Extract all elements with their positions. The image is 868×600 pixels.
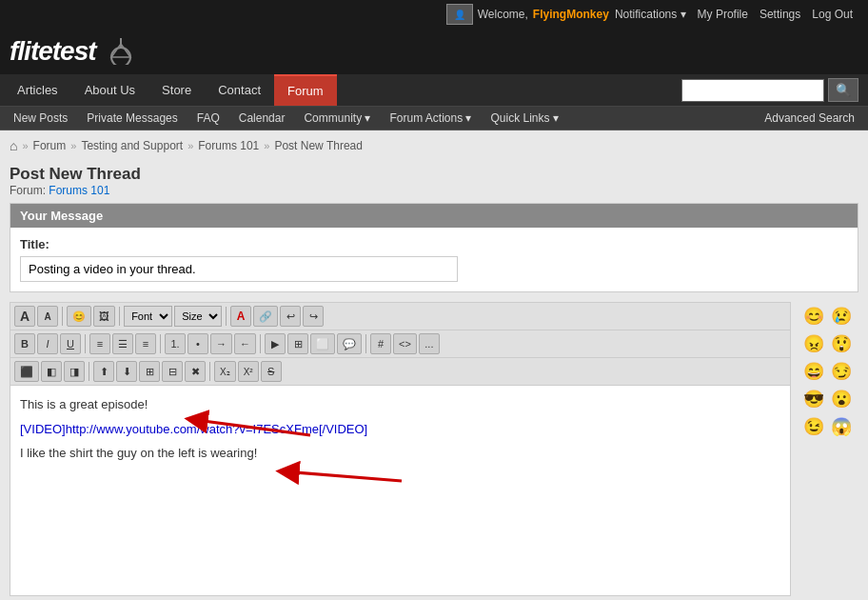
search-button[interactable]: 🔍 (828, 78, 858, 102)
title-input[interactable] (20, 256, 458, 282)
subnav-faq[interactable]: FAQ (187, 107, 229, 130)
nav-forum[interactable]: Forum (274, 74, 337, 106)
logo-bar: flitetest (0, 29, 868, 74)
link-btn[interactable]: 🔗 (253, 306, 278, 327)
emoji-wink[interactable]: 😉 (801, 414, 826, 439)
settings-link[interactable]: Settings (760, 8, 800, 21)
more-btn[interactable]: ... (419, 333, 440, 354)
logout-link[interactable]: Log Out (812, 8, 853, 21)
emoji-row-5: 😉 😱 (797, 414, 858, 439)
emoji-surprised[interactable]: 😲 (829, 331, 854, 356)
toolbar-row-1: A A 😊 🖼 Font Size A 🔗 ↩ ↪ (10, 303, 790, 330)
italic-btn[interactable]: I (37, 333, 58, 354)
nav-store[interactable]: Store (148, 75, 205, 105)
title-section: Title: (10, 228, 858, 291)
toolbar-sep-8 (89, 362, 89, 381)
del-col-btn[interactable]: ✖ (185, 361, 206, 382)
bc-forum[interactable]: Forum (33, 139, 67, 152)
username: FlyingMonkey (533, 8, 609, 21)
emoji-shock[interactable]: 😱 (829, 414, 854, 439)
emoji-o[interactable]: 😮 (829, 387, 854, 411)
toolbar-row-3: ⬛ ◧ ◨ ⬆ ⬇ ⊞ ⊟ ✖ X₂ X² S (10, 358, 790, 386)
subnav-forum-actions[interactable]: Forum Actions ▾ (380, 107, 481, 130)
table-insert-btn[interactable]: ⬛ (14, 361, 39, 382)
toolbar-sep-5 (160, 334, 161, 353)
redo-btn[interactable]: ↪ (303, 306, 324, 327)
bold-btn[interactable]: B (14, 333, 35, 354)
merge-btn[interactable]: ⊞ (139, 361, 160, 382)
font-size-a-small-btn[interactable]: A (37, 306, 58, 327)
welcome-text: Welcome, (478, 8, 528, 21)
smiley-btn[interactable]: 😊 (67, 306, 91, 327)
ordered-list-btn[interactable]: 1. (165, 333, 186, 354)
emoji-cool[interactable]: 😎 (801, 387, 826, 411)
advanced-search-link[interactable]: Advanced Search (755, 107, 864, 130)
subnav-private-messages[interactable]: Private Messages (77, 107, 187, 130)
home-icon: ⌂ (10, 138, 17, 153)
html-btn[interactable]: <> (393, 333, 417, 354)
emoji-sad[interactable]: 😢 (829, 304, 854, 329)
align-center-btn[interactable]: ☰ (112, 333, 133, 354)
my-profile-link[interactable]: My Profile (698, 8, 748, 21)
emoji-row-3: 😄 😏 (797, 359, 858, 384)
emoji-smirk[interactable]: 😏 (829, 359, 854, 384)
font-size-a-btn[interactable]: A (14, 306, 35, 327)
editor-line-3: I like the shirt the guy on the left is … (20, 444, 780, 463)
forum-link[interactable]: Forums 101 (49, 184, 109, 197)
subnav-community[interactable]: Community ▾ (294, 107, 380, 130)
emoji-row-1: 😊 😢 (797, 304, 858, 329)
toolbar-sep-3 (226, 307, 227, 326)
font-select[interactable]: Font (124, 306, 172, 327)
emoji-row-4: 😎 😮 (797, 387, 858, 411)
underline-btn[interactable]: U (60, 333, 81, 354)
image-btn[interactable]: 🖼 (93, 306, 115, 327)
editor-main: A A 😊 🖼 Font Size A 🔗 ↩ ↪ B I U ≡ ☰ (10, 302, 791, 596)
nav-about-us[interactable]: About Us (71, 75, 148, 105)
editor-wrapper: A A 😊 🖼 Font Size A 🔗 ↩ ↪ B I U ≡ ☰ (10, 302, 858, 596)
page-title: Post New Thread (10, 165, 858, 184)
bc-forums-101[interactable]: Forums 101 (198, 139, 259, 152)
page-title-section: Post New Thread Forum: Forums 101 (0, 161, 868, 197)
subnav-new-posts[interactable]: New Posts (4, 107, 77, 130)
editor-line-2: [VIDEO]http://www.youtube.com/watch?v=I7… (20, 420, 780, 439)
row-below-btn[interactable]: ⬇ (116, 361, 137, 382)
editor-body[interactable]: This is a great episode! [VIDEO]http://w… (10, 386, 790, 595)
toolbar-sep-6 (260, 334, 261, 353)
logo-text: flitetest (10, 36, 96, 67)
nav-search-area: 🔍 (681, 78, 864, 102)
svg-point-0 (111, 48, 130, 65)
undo-btn[interactable]: ↩ (280, 306, 301, 327)
subscript-btn[interactable]: X₂ (214, 361, 236, 382)
avatar: 👤 (446, 4, 473, 25)
subnav-quick-links[interactable]: Quick Links ▾ (482, 107, 568, 130)
split-btn[interactable]: ⊟ (162, 361, 183, 382)
col-left-btn[interactable]: ◧ (41, 361, 62, 382)
row-above-btn[interactable]: ⬆ (93, 361, 114, 382)
indent-btn[interactable]: → (210, 333, 232, 354)
nav-articles[interactable]: Articles (4, 75, 71, 105)
breadcrumb: ⌂ » Forum » Testing and Support » Forums… (0, 130, 868, 161)
code-btn[interactable]: ⬜ (310, 333, 335, 354)
superscript-btn[interactable]: X² (238, 361, 259, 382)
align-left-btn[interactable]: ≡ (89, 333, 110, 354)
quote-btn[interactable]: 💬 (337, 333, 362, 354)
size-select[interactable]: Size (174, 306, 222, 327)
nav-contact[interactable]: Contact (205, 75, 274, 105)
table-btn[interactable]: ⊞ (287, 333, 308, 354)
bc-testing-support[interactable]: Testing and Support (81, 139, 183, 152)
unordered-list-btn[interactable]: • (187, 333, 208, 354)
emoji-grin[interactable]: 😄 (801, 359, 826, 384)
subnav-calendar[interactable]: Calendar (229, 107, 295, 130)
emoji-angry[interactable]: 😠 (801, 331, 826, 356)
outdent-btn[interactable]: ← (234, 333, 256, 354)
align-right-btn[interactable]: ≡ (135, 333, 156, 354)
emoji-smile[interactable]: 😊 (801, 304, 826, 329)
font-color-btn[interactable]: A (230, 306, 251, 327)
strikethrough-btn[interactable]: S (261, 361, 282, 382)
logo-icon (102, 37, 140, 66)
hash-btn[interactable]: # (370, 333, 391, 354)
media-btn[interactable]: ▶ (265, 333, 286, 354)
search-input[interactable] (681, 79, 824, 102)
notifications-link[interactable]: Notifications ▾ (615, 8, 686, 21)
col-right-btn[interactable]: ◨ (64, 361, 85, 382)
